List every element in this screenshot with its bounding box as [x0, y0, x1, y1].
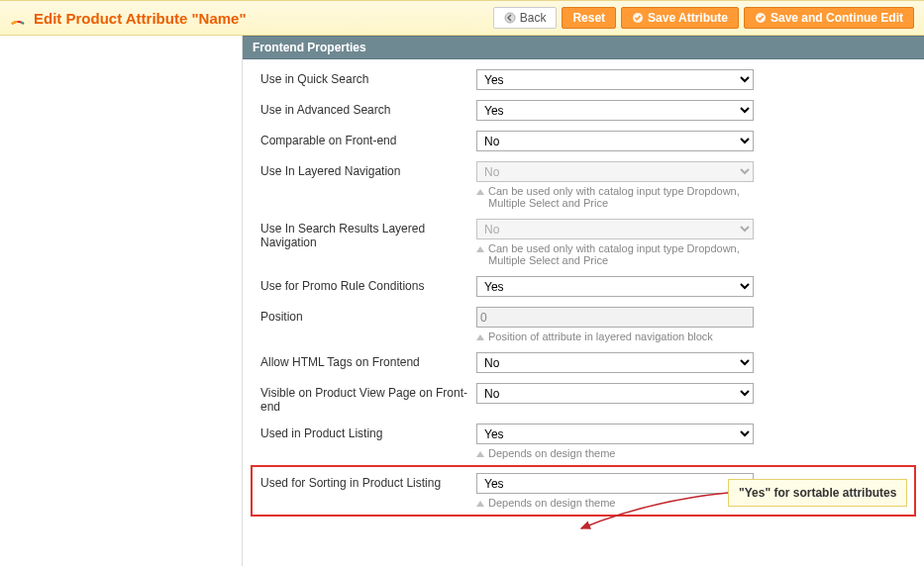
reset-label: Reset — [572, 11, 605, 25]
row-product-listing: Used in Product Listing Yes Depends on d… — [260, 424, 906, 459]
back-button[interactable]: Back — [493, 7, 558, 29]
hint-icon — [476, 334, 484, 340]
hint-layered-nav: Can be used only with catalog input type… — [476, 185, 754, 209]
select-advanced-search[interactable]: Yes — [476, 100, 754, 121]
select-promo-rule[interactable]: Yes — [476, 276, 754, 297]
header-buttons: Back Reset Save Attribute Save and Conti… — [493, 7, 914, 29]
row-quick-search: Use in Quick Search Yes — [260, 69, 906, 90]
select-layered-nav-search: No — [476, 219, 754, 239]
label-allow-html: Allow HTML Tags on Frontend — [260, 352, 476, 369]
select-sorting-listing[interactable]: Yes — [476, 473, 754, 494]
reset-button[interactable]: Reset — [562, 7, 616, 29]
page-header: Edit Product Attribute "Name" Back Reset… — [0, 0, 924, 36]
save-button[interactable]: Save Attribute — [621, 7, 739, 29]
callout: "Yes" for sortable attributes — [728, 479, 907, 507]
row-comparable: Comparable on Front-end No — [260, 131, 906, 151]
select-visible-pvp[interactable]: No — [476, 383, 754, 404]
hint-icon — [476, 246, 484, 252]
form: Use in Quick Search Yes Use in Advanced … — [243, 59, 924, 526]
label-sorting-listing: Used for Sorting in Product Listing — [260, 473, 476, 490]
label-visible-pvp: Visible on Product View Page on Front-en… — [260, 383, 476, 414]
back-label: Back — [520, 11, 547, 25]
back-icon — [504, 12, 516, 24]
input-position — [476, 307, 754, 328]
label-comparable: Comparable on Front-end — [260, 131, 476, 147]
hint-icon — [476, 451, 484, 457]
select-product-listing[interactable]: Yes — [476, 424, 754, 444]
label-position: Position — [260, 307, 476, 324]
select-comparable[interactable]: No — [476, 131, 754, 151]
check-icon — [632, 12, 644, 24]
check-icon — [755, 12, 767, 24]
page-title: Edit Product Attribute "Name" — [34, 10, 247, 27]
label-quick-search: Use in Quick Search — [260, 69, 476, 86]
sidebar — [0, 36, 243, 566]
row-visible-pvp: Visible on Product View Page on Front-en… — [260, 383, 906, 414]
save-continue-button[interactable]: Save and Continue Edit — [744, 7, 914, 29]
label-product-listing: Used in Product Listing — [260, 424, 476, 440]
row-position: Position Position of attribute in layere… — [260, 307, 906, 342]
label-promo-rule: Use for Promo Rule Conditions — [260, 276, 476, 293]
hint-sorting-listing: Depends on design theme — [476, 497, 754, 509]
row-promo-rule: Use for Promo Rule Conditions Yes — [260, 276, 906, 297]
attribute-icon — [10, 10, 26, 26]
save-label: Save Attribute — [648, 11, 728, 25]
label-advanced-search: Use in Advanced Search — [260, 100, 476, 117]
row-allow-html: Allow HTML Tags on Frontend No — [260, 352, 906, 373]
row-layered-nav-search: Use In Search Results Layered Navigation… — [260, 219, 906, 266]
select-allow-html[interactable]: No — [476, 352, 754, 373]
label-layered-nav: Use In Layered Navigation — [260, 161, 476, 178]
select-layered-nav: No — [476, 161, 754, 182]
hint-product-listing: Depends on design theme — [476, 447, 754, 459]
select-quick-search[interactable]: Yes — [476, 69, 754, 90]
section-header: Frontend Properties — [243, 36, 924, 59]
hint-icon — [476, 189, 484, 195]
label-layered-nav-search: Use In Search Results Layered Navigation — [260, 219, 476, 249]
row-layered-nav: Use In Layered Navigation No Can be used… — [260, 161, 906, 209]
row-advanced-search: Use in Advanced Search Yes — [260, 100, 906, 121]
save-continue-label: Save and Continue Edit — [770, 11, 903, 25]
hint-icon — [476, 501, 484, 507]
hint-layered-nav-search: Can be used only with catalog input type… — [476, 242, 754, 266]
hint-position: Position of attribute in layered navigat… — [476, 330, 754, 342]
svg-point-0 — [505, 13, 515, 23]
